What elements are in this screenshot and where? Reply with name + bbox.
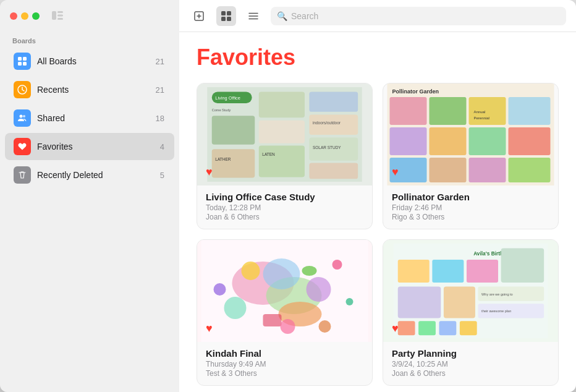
svg-rect-47 <box>509 127 551 155</box>
sidebar-item-recently-deleted[interactable]: Recently Deleted 5 <box>5 161 174 189</box>
svg-rect-45 <box>430 127 467 155</box>
svg-rect-73 <box>467 260 498 283</box>
svg-rect-2 <box>57 14 63 16</box>
svg-rect-50 <box>469 158 506 182</box>
svg-point-62 <box>332 260 342 270</box>
board-card-pollinator-garden[interactable]: Pollinator Garden <box>383 83 559 229</box>
svg-rect-49 <box>430 158 467 182</box>
new-board-button[interactable] <box>189 6 209 26</box>
svg-rect-14 <box>221 11 226 15</box>
favorites-icon <box>14 138 31 155</box>
board-info-party-planning: ♥ Party Planning 3/9/24, 10:25 AM Joan &… <box>383 342 558 385</box>
svg-rect-40 <box>390 97 427 125</box>
recently-deleted-icon <box>14 166 31 184</box>
svg-rect-66 <box>263 314 282 326</box>
sidebar-item-favorites[interactable]: Favorites 4 <box>5 133 174 160</box>
board-card-party-planning[interactable]: Avila's Birthday Why are we going to <box>383 239 559 386</box>
board-date-kindah-final: Thursday 9:49 AM <box>206 360 363 369</box>
svg-text:Annual: Annual <box>474 110 486 114</box>
svg-text:SOLAR STUDY: SOLAR STUDY <box>313 145 341 150</box>
minimize-button[interactable] <box>21 12 28 20</box>
close-button[interactable] <box>10 12 17 20</box>
svg-rect-41 <box>430 97 467 125</box>
shared-label: Shared <box>37 113 150 123</box>
sidebar-item-shared[interactable]: Shared 18 <box>5 104 174 132</box>
recently-deleted-label: Recently Deleted <box>37 170 154 180</box>
board-info-kindah-final: ♥ Kindah Final Thursday 9:49 AM Test & 3… <box>197 342 372 385</box>
board-info-living-office: ♥ Living Office Case Study Today, 12:28 … <box>197 185 372 229</box>
svg-rect-76 <box>444 287 475 318</box>
svg-rect-37 <box>309 163 358 179</box>
favorite-heart-kindah-final[interactable]: ♥ <box>206 322 213 335</box>
sidebar-item-all-boards[interactable]: All Boards 21 <box>5 48 174 75</box>
svg-point-58 <box>242 262 260 280</box>
list-view-button[interactable] <box>244 6 263 26</box>
svg-rect-5 <box>23 57 27 61</box>
svg-point-9 <box>20 115 23 118</box>
traffic-lights <box>10 12 40 20</box>
board-thumbnail-kindah-final <box>197 240 372 342</box>
main-titlebar: 🔍 <box>179 0 576 32</box>
page-title: Favorites <box>197 45 559 70</box>
board-date-pollinator-garden: Friday 2:46 PM <box>392 203 549 212</box>
board-name-party-planning: Party Planning <box>392 348 549 359</box>
recents-label: Recents <box>37 85 150 95</box>
recently-deleted-count: 5 <box>160 171 164 180</box>
all-boards-count: 21 <box>156 57 164 66</box>
svg-rect-26 <box>259 92 305 117</box>
shared-icon <box>14 109 31 127</box>
svg-point-68 <box>281 319 295 334</box>
svg-rect-0 <box>52 11 56 20</box>
svg-rect-16 <box>221 17 226 21</box>
search-bar[interactable]: 🔍 <box>271 7 566 25</box>
sidebar: Boards All Boards 21 Rece <box>0 0 179 392</box>
favorite-heart-living-office[interactable]: ♥ <box>206 166 213 179</box>
svg-rect-51 <box>509 158 551 182</box>
sidebar-toggle-button[interactable] <box>52 10 63 23</box>
sidebar-titlebar <box>0 0 179 32</box>
board-members-kindah-final: Test & 3 Others <box>206 369 363 378</box>
svg-rect-84 <box>460 321 477 335</box>
svg-point-67 <box>302 266 317 276</box>
board-card-living-office[interactable]: Living Office Come Study LATHER indoors/… <box>197 83 373 229</box>
svg-point-59 <box>307 277 331 302</box>
board-card-kindah-final[interactable]: ♥ Kindah Final Thursday 9:49 AM Test & 3… <box>197 239 373 386</box>
shared-count: 18 <box>156 114 164 123</box>
svg-rect-75 <box>398 287 441 318</box>
board-date-party-planning: 3/9/24, 10:25 AM <box>392 360 549 369</box>
recents-count: 21 <box>156 85 164 95</box>
svg-rect-1 <box>57 11 63 13</box>
search-icon: 🔍 <box>277 11 287 21</box>
svg-point-64 <box>319 320 331 333</box>
grid-view-button[interactable] <box>216 6 236 26</box>
svg-rect-46 <box>469 127 506 155</box>
board-name-kindah-final: Kindah Final <box>206 348 363 359</box>
svg-rect-30 <box>309 92 358 111</box>
board-date-living-office: Today, 12:28 PM <box>206 203 363 212</box>
all-boards-label: All Boards <box>37 56 150 66</box>
favorites-content: Favorites Living Office Come Study <box>179 32 576 392</box>
boards-grid: Living Office Come Study LATHER indoors/… <box>197 83 559 386</box>
svg-rect-6 <box>18 62 22 66</box>
sidebar-section-label: Boards <box>0 32 179 47</box>
search-input[interactable] <box>291 11 560 21</box>
board-members-living-office: Joan & 6 Others <box>206 213 363 221</box>
svg-text:Why are we going to: Why are we going to <box>481 292 513 296</box>
svg-rect-44 <box>390 127 427 155</box>
svg-rect-4 <box>18 57 22 61</box>
favorite-heart-pollinator-garden[interactable]: ♥ <box>392 166 399 179</box>
svg-rect-3 <box>57 18 63 20</box>
board-thumbnail-party-planning: Avila's Birthday Why are we going to <box>383 240 558 342</box>
svg-rect-82 <box>418 321 436 335</box>
sidebar-item-recents[interactable]: Recents 21 <box>5 76 174 103</box>
board-members-party-planning: Joan & 6 Others <box>392 369 549 378</box>
svg-point-61 <box>224 297 247 319</box>
main-content: 🔍 Favorites Living Office Come Study <box>179 0 576 392</box>
maximize-button[interactable] <box>32 12 40 20</box>
svg-text:indoors/outdoor: indoors/outdoor <box>313 121 341 125</box>
svg-text:Living Office: Living Office <box>215 95 240 101</box>
favorite-heart-party-planning[interactable]: ♥ <box>392 322 399 335</box>
board-thumbnail-living-office: Living Office Come Study LATHER indoors/… <box>197 83 372 185</box>
svg-rect-17 <box>227 17 231 21</box>
svg-rect-28 <box>212 149 255 177</box>
